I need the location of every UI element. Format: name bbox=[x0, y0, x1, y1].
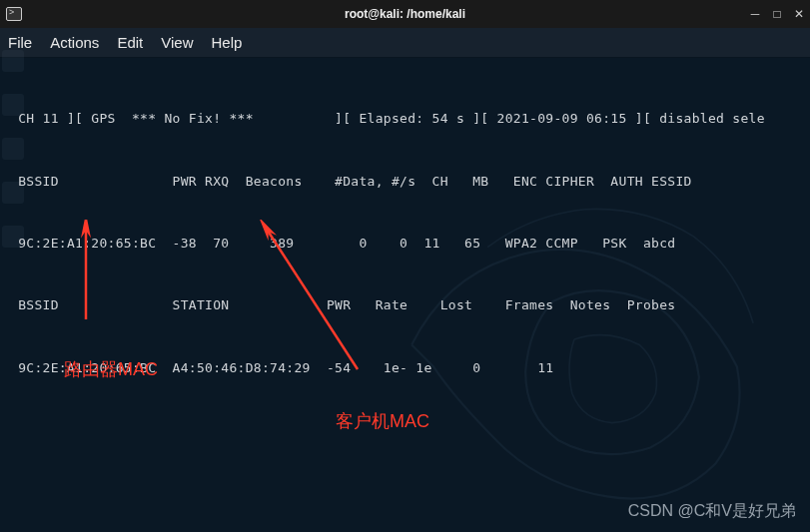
annotation-client-mac: 客户机MAC bbox=[336, 409, 429, 433]
watermark: CSDN @C和V是好兄弟 bbox=[628, 501, 796, 522]
terminal-icon bbox=[6, 7, 22, 21]
menu-help[interactable]: Help bbox=[211, 34, 242, 51]
close-icon[interactable]: ✕ bbox=[792, 7, 806, 21]
station-header: BSSID STATION PWR Rate Lost Frames Notes… bbox=[10, 289, 800, 320]
menu-actions[interactable]: Actions bbox=[50, 34, 99, 51]
maximize-icon[interactable]: □ bbox=[770, 7, 784, 21]
menu-edit[interactable]: Edit bbox=[117, 34, 143, 51]
window-controls: ─ □ ✕ bbox=[748, 7, 806, 21]
ap-row: 9C:2E:A1:20:65:BC -38 70 389 0 0 11 65 W… bbox=[10, 228, 800, 259]
annotation-router-mac: 路由器MAC bbox=[64, 357, 158, 381]
menu-file[interactable]: File bbox=[8, 34, 32, 51]
titlebar: root@kali: /home/kali ─ □ ✕ bbox=[0, 0, 810, 28]
status-line: CH 11 ][ GPS *** No Fix! *** ][ Elapsed:… bbox=[10, 103, 800, 134]
ap-header: BSSID PWR RXQ Beacons #Data, #/s CH MB E… bbox=[10, 166, 800, 197]
menu-view[interactable]: View bbox=[161, 34, 193, 51]
window-title: root@kali: /home/kali bbox=[345, 7, 465, 21]
minimize-icon[interactable]: ─ bbox=[748, 7, 762, 21]
menubar: File Actions Edit View Help bbox=[0, 28, 810, 58]
